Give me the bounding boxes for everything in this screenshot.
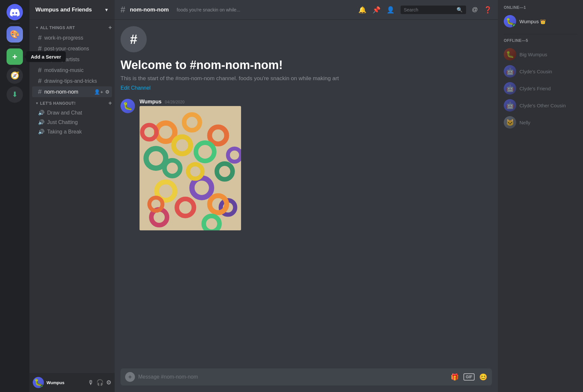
server-separator-2 xyxy=(9,45,20,46)
member-item-clydes-cousin[interactable]: 🤖 Clyde's Cousin xyxy=(501,63,580,80)
channel-item-draw-and-chat[interactable]: 🔊 Draw and Chat xyxy=(32,108,112,117)
at-icon[interactable]: @ xyxy=(472,6,478,13)
crown-icon: 👑 xyxy=(540,19,546,24)
channel-action-icons: 👤+ ⚙ xyxy=(94,89,109,95)
offline-section-title: OFFLINE—5 xyxy=(501,38,580,43)
channel-item-work-in-progress[interactable]: # work-in-progress xyxy=(32,32,112,43)
channel-list: ▼ ALL THINGS ART + # work-in-progress # … xyxy=(29,20,115,373)
category-chevron-icon: ▼ xyxy=(35,26,39,29)
member-item-wumpus[interactable]: 🐛 Wumpus 👑 xyxy=(501,13,580,29)
voice-icon: 🔊 xyxy=(38,129,45,135)
category-header-hangout[interactable]: ▼ LET'S HANGOUT! + xyxy=(29,98,115,108)
channel-name: inspiring-artists xyxy=(44,57,109,62)
chat-area: # Welcome to #nom-nom-nom! This is the s… xyxy=(115,20,498,368)
user-controls: 🎙 🎧 ⚙ xyxy=(88,379,111,386)
message-author-name: Wumpus xyxy=(140,99,161,105)
message-author-avatar: 🐛 xyxy=(121,99,135,113)
member-item-big-wumpus[interactable]: 🐛 Big Wumpus xyxy=(501,46,580,62)
hash-icon: # xyxy=(38,45,42,52)
search-input[interactable] xyxy=(404,7,454,12)
member-item-clydes-other-cousin[interactable]: 🤖 Clyde's Other Cousin xyxy=(501,97,580,114)
notification-bell-icon[interactable]: 🔔 xyxy=(358,6,367,14)
user-avatar: 🐛 xyxy=(33,377,44,388)
channel-item-drawing-tips[interactable]: # drawing-tips-and-tricks xyxy=(32,76,112,86)
user-panel: 🐛 Wumpus 🎙 🎧 ⚙ xyxy=(29,373,115,392)
server-icon-explore[interactable]: 🧭 xyxy=(7,67,23,84)
member-item-clydes-friend[interactable]: 🤖 Clyde's Friend xyxy=(501,80,580,97)
message-timestamp: 04/28/2020 xyxy=(165,100,184,104)
input-actions: 🎁 GIF 😊 xyxy=(451,373,487,381)
category-all-things-art: ▼ ALL THINGS ART + # work-in-progress # … xyxy=(29,23,115,97)
channel-item-inspiring-artists[interactable]: # inspiring-artists xyxy=(32,54,112,65)
edit-channel-link[interactable]: Edit Channel xyxy=(121,85,151,91)
hash-icon: # xyxy=(38,77,42,85)
add-channel-button[interactable]: + xyxy=(108,100,112,107)
server-icon-wumpus-friends[interactable]: 🎨 xyxy=(7,26,23,43)
welcome-title: Welcome to #nom-nom-nom! xyxy=(121,58,492,72)
message-content: Wumpus 04/28/2020 xyxy=(140,99,492,230)
server-header[interactable]: Wumpus and Friends ▼ xyxy=(29,0,115,20)
member-avatar-clydes-other-cousin: 🤖 xyxy=(504,99,516,112)
member-avatar-clydes-friend: 🤖 xyxy=(504,82,516,95)
channel-item-nom-nom-nom[interactable]: # nom-nom-nom 👤+ ⚙ xyxy=(32,86,112,97)
message-input[interactable] xyxy=(138,374,447,380)
members-icon[interactable]: 👤 xyxy=(386,6,395,14)
message-header: Wumpus 04/28/2020 xyxy=(140,99,492,105)
channel-name: nom-nom-nom xyxy=(44,89,94,95)
category-chevron-icon: ▼ xyxy=(35,101,39,105)
member-avatar-clydes-cousin: 🤖 xyxy=(504,65,516,78)
divider xyxy=(504,34,577,34)
message-input-box: + 🎁 GIF 😊 xyxy=(121,368,492,385)
server-icon-download[interactable]: ⬇ xyxy=(7,86,23,103)
channel-item-just-chatting[interactable]: 🔊 Just Chatting xyxy=(32,117,112,127)
channel-item-post-your-creations[interactable]: # post-your-creations xyxy=(32,43,112,54)
category-lets-hangout: ▼ LET'S HANGOUT! + 🔊 Draw and Chat 🔊 Jus… xyxy=(29,98,115,136)
hash-icon: # xyxy=(38,34,42,42)
add-server-button[interactable]: + xyxy=(7,48,23,65)
member-name-clydes-other-cousin: Clyde's Other Cousin xyxy=(519,103,577,108)
online-section-title: ONLINE—1 xyxy=(501,5,580,10)
add-channel-button[interactable]: + xyxy=(108,24,112,31)
channel-item-taking-a-break[interactable]: 🔊 Taking a Break xyxy=(32,127,112,136)
user-settings-icon[interactable]: ⚙ xyxy=(106,379,111,386)
channel-name: Just Chatting xyxy=(47,119,109,125)
channel-header: # nom-nom-nom foods you're snackin on wh… xyxy=(115,0,498,20)
hash-icon: # xyxy=(38,66,42,74)
member-name-clydes-friend: Clyde's Friend xyxy=(519,86,577,91)
online-indicator xyxy=(512,24,516,27)
search-box[interactable]: 🔍 xyxy=(401,6,466,14)
channel-welcome: # Welcome to #nom-nom-nom! This is the s… xyxy=(121,26,492,91)
member-item-nelly[interactable]: 🐱 Nelly xyxy=(501,114,580,131)
gift-icon[interactable]: 🎁 xyxy=(451,373,459,381)
member-name-clydes-cousin: Clyde's Cousin xyxy=(519,69,577,74)
category-label-hangout: LET'S HANGOUT! xyxy=(40,101,108,106)
pin-icon[interactable]: 📌 xyxy=(372,6,381,14)
deafen-icon[interactable]: 🎧 xyxy=(96,379,103,386)
welcome-description: This is the start of the #nom-nom-nom ch… xyxy=(121,75,492,82)
settings-icon[interactable]: ⚙ xyxy=(105,89,109,95)
user-display-name: Wumpus xyxy=(47,380,88,385)
server-icon-discord[interactable] xyxy=(7,4,23,20)
mute-icon[interactable]: 🎙 xyxy=(88,379,94,386)
server-name: Wumpus and Friends xyxy=(35,7,104,13)
hash-icon: # xyxy=(38,56,42,63)
channel-hash-icon: # xyxy=(121,5,125,15)
svg-rect-20 xyxy=(140,106,241,230)
help-icon[interactable]: ❓ xyxy=(484,6,492,14)
attach-button[interactable]: + xyxy=(125,372,135,382)
user-info: Wumpus xyxy=(47,380,88,385)
member-avatar-wumpus: 🐛 xyxy=(504,15,516,27)
channel-sidebar: Wumpus and Friends ▼ ▼ ALL THINGS ART + … xyxy=(29,0,115,392)
category-header-art[interactable]: ▼ ALL THINGS ART + xyxy=(29,23,115,32)
gif-button[interactable]: GIF xyxy=(463,373,475,381)
chevron-down-icon: ▼ xyxy=(104,7,109,12)
member-name-big-wumpus: Big Wumpus xyxy=(519,52,577,57)
invite-icon[interactable]: 👤+ xyxy=(94,89,103,95)
members-sidebar: ONLINE—1 🐛 Wumpus 👑 OFFLINE—5 🐛 Big Wump… xyxy=(498,0,583,392)
voice-icon: 🔊 xyxy=(38,110,45,116)
channel-item-motivating-music[interactable]: # motivating-music xyxy=(32,65,112,76)
channel-header-name: nom-nom-nom xyxy=(130,7,169,13)
channel-name: drawing-tips-and-tricks xyxy=(44,78,109,84)
add-server-wrapper: + Add a Server xyxy=(7,48,23,65)
emoji-icon[interactable]: 😊 xyxy=(479,373,487,381)
